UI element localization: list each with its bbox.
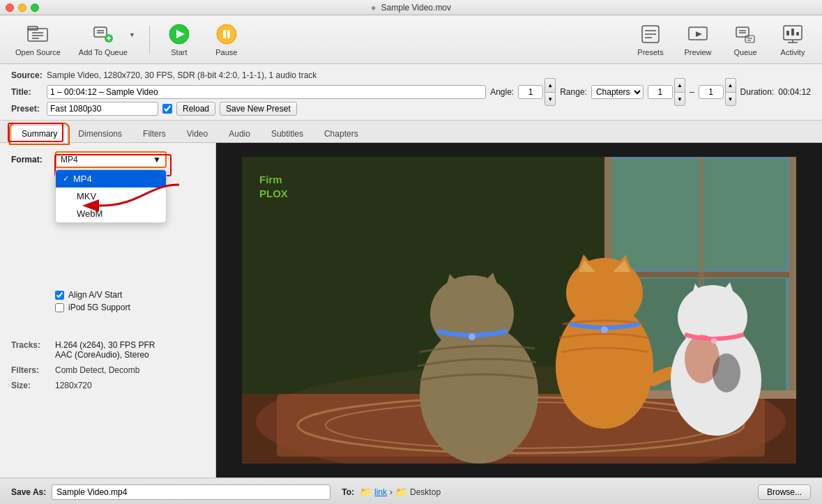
- save-as-input[interactable]: [52, 484, 330, 500]
- range-start-input[interactable]: [648, 85, 673, 99]
- range-end-down[interactable]: ▼: [725, 92, 736, 106]
- svg-point-69: [713, 353, 740, 392]
- tabs-container: Summary Dimensions Filters Video Audio S…: [0, 121, 822, 143]
- format-dropdown-container: MP4 ▼ ✓ MP4 MKV WebM: [55, 151, 167, 168]
- open-source-icon: [26, 23, 49, 45]
- svg-rect-31: [786, 31, 789, 36]
- format-label: Format:: [11, 155, 50, 165]
- activity-button[interactable]: Activity: [772, 19, 814, 61]
- svg-rect-14: [223, 30, 226, 38]
- video-canvas: Firm PLOX: [242, 157, 796, 464]
- range-start-pair: ▲ ▼: [674, 78, 685, 106]
- toolbar-right: Presets Preview: [630, 19, 814, 61]
- align-av-checkbox[interactable]: [55, 291, 64, 300]
- save-new-preset-button[interactable]: Save New Preset: [220, 102, 297, 116]
- svg-rect-33: [796, 32, 799, 36]
- format-row: Format: MP4 ▼ ✓ MP4 MKV: [11, 151, 204, 168]
- info-section: Tracks: H.264 (x264), 30 FPS PFR AAC (Co…: [11, 340, 204, 390]
- source-label: Source:: [11, 70, 43, 80]
- tab-audio[interactable]: Audio: [218, 125, 261, 142]
- ipod-5g-row: iPod 5G Support: [55, 303, 204, 312]
- content-area: Format: MP4 ▼ ✓ MP4 MKV: [0, 143, 822, 478]
- preset-label: Preset:: [11, 104, 43, 114]
- svg-rect-15: [227, 30, 230, 38]
- format-option-mp4[interactable]: ✓ MP4: [56, 170, 166, 188]
- svg-point-63: [469, 333, 475, 340]
- size-row: Size: 1280x720: [11, 381, 204, 390]
- tracks-label: Tracks:: [11, 340, 50, 350]
- format-option-mkv[interactable]: MKV: [56, 188, 166, 205]
- angle-stepper: ▲ ▼: [518, 78, 556, 106]
- tab-video[interactable]: Video: [176, 125, 218, 142]
- svg-point-53: [566, 258, 643, 328]
- format-selected: MP4: [61, 155, 78, 165]
- preview-icon: [687, 23, 709, 45]
- svg-point-13: [217, 24, 236, 44]
- range-label: Range:: [560, 87, 587, 97]
- filters-label: Filters:: [11, 365, 50, 375]
- angle-down-btn[interactable]: ▼: [545, 92, 556, 106]
- format-option-webm[interactable]: WebM: [56, 205, 166, 222]
- duration-value: 00:04:12: [778, 87, 811, 97]
- title-input[interactable]: [47, 85, 486, 99]
- angle-label: Angle:: [490, 87, 514, 97]
- title-row: Title: Angle: ▲ ▼ Range: Chapters Second…: [11, 84, 811, 100]
- reload-button[interactable]: Reload: [176, 102, 215, 116]
- svg-point-58: [601, 326, 608, 333]
- tab-subtitles[interactable]: Subtitles: [261, 125, 314, 142]
- toolbar-separator-1: [149, 26, 150, 54]
- window-title: ● Sample Video.mov: [371, 3, 451, 13]
- size-label: Size:: [11, 381, 50, 390]
- to-label: To:: [342, 487, 354, 497]
- filters-value: Comb Detect, Decomb: [55, 365, 139, 375]
- angle-range-row: Angle: ▲ ▼ Range: Chapters Seconds Frame…: [490, 78, 811, 106]
- tab-chapters[interactable]: Chapters: [314, 125, 369, 142]
- tab-dimensions[interactable]: Dimensions: [68, 125, 132, 142]
- ipod-5g-label: iPod 5G Support: [68, 303, 130, 312]
- preview-button[interactable]: Preview: [677, 19, 719, 61]
- queue-button[interactable]: Queue: [724, 19, 766, 61]
- add-to-queue-dropdown-arrow[interactable]: ▼: [129, 31, 135, 38]
- align-av-row: Align A/V Start: [55, 290, 204, 300]
- open-source-button[interactable]: Open Source: [8, 19, 68, 61]
- tab-summary[interactable]: Summary: [11, 125, 68, 143]
- left-panel: Format: MP4 ▼ ✓ MP4 MKV: [0, 143, 216, 478]
- presets-button[interactable]: Presets: [630, 19, 671, 61]
- minimize-button[interactable]: [18, 3, 26, 12]
- pause-icon: [215, 23, 238, 45]
- title-label: Title:: [11, 87, 43, 97]
- angle-input[interactable]: [518, 85, 543, 99]
- range-end-pair: ▲ ▼: [725, 78, 736, 106]
- ipod-5g-checkbox[interactable]: [55, 303, 64, 312]
- path-separator: ›: [390, 487, 393, 497]
- maximize-button[interactable]: [31, 3, 39, 12]
- range-end-input[interactable]: [699, 85, 724, 99]
- range-start-stepper: ▲ ▼: [648, 78, 685, 106]
- pause-label: Pause: [215, 48, 237, 56]
- angle-up-btn[interactable]: ▲: [545, 78, 556, 92]
- browse-button[interactable]: Browse...: [758, 484, 811, 500]
- svg-rect-32: [791, 29, 794, 36]
- close-button[interactable]: [6, 3, 14, 12]
- range-start-up[interactable]: ▲: [674, 78, 685, 92]
- path-link[interactable]: link: [374, 487, 387, 497]
- pause-button[interactable]: Pause: [206, 19, 248, 61]
- start-button[interactable]: Start: [158, 19, 200, 61]
- range-select[interactable]: Chapters Seconds Frames: [591, 85, 644, 99]
- range-start-down[interactable]: ▼: [674, 92, 685, 106]
- add-to-queue-button[interactable]: Add To Queue ▼: [73, 19, 141, 61]
- range-end-up[interactable]: ▲: [725, 78, 736, 92]
- meta-rows: Source: Sample Video, 1280x720, 30 FPS, …: [0, 64, 822, 121]
- options-section: Align A/V Start iPod 5G Support: [11, 290, 204, 312]
- preset-input[interactable]: [47, 102, 158, 116]
- svg-point-60: [430, 275, 514, 352]
- video-preview: Firm PLOX: [216, 143, 822, 478]
- preset-checkbox[interactable]: [162, 104, 172, 114]
- start-icon: [168, 23, 190, 45]
- format-dropdown-btn[interactable]: MP4 ▼: [55, 151, 167, 168]
- tracks-row: Tracks: H.264 (x264), 30 FPS PFR AAC (Co…: [11, 340, 204, 360]
- svg-rect-49: [242, 157, 604, 394]
- svg-point-70: [711, 338, 717, 344]
- path-folder: Desktop: [410, 487, 441, 497]
- tab-filters[interactable]: Filters: [132, 125, 176, 142]
